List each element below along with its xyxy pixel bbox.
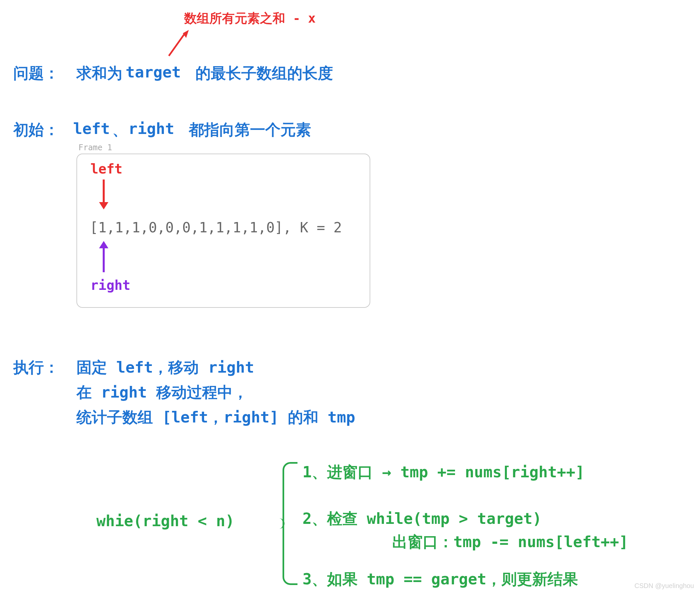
init-left-kw: left — [73, 120, 110, 137]
problem-before: 求和为 — [76, 63, 131, 84]
init-label: 初始： — [13, 120, 59, 140]
problem-target: target — [126, 63, 181, 81]
frame-title: Frame 1 — [78, 143, 112, 152]
brace — [282, 462, 298, 585]
exec-line3: 统计子数组 [left，right] 的和 tmp — [76, 407, 355, 428]
svg-marker-1 — [183, 30, 189, 38]
watermark: CSDN @yuelinghou — [634, 582, 694, 590]
problem-label: 问题： — [13, 63, 59, 84]
exec-line2: 在 right 移动过程中， — [76, 382, 248, 403]
problem-after: 的最长子数组的长度 — [186, 63, 333, 84]
array-text: [1,1,1,0,0,0,1,1,1,1,0], K = 2 — [90, 220, 342, 236]
step-2a: 2、检查 while(tmp > target) — [303, 509, 542, 529]
init-right-kw: right — [128, 120, 174, 137]
exec-label: 执行： — [13, 357, 59, 378]
exec-line1: 固定 left，移动 right — [76, 357, 254, 378]
while-loop: whie(right < n) — [96, 512, 234, 530]
step-2b: 出窗口：tmp -= nums[left++] — [392, 532, 628, 552]
left-pointer-label: left — [90, 161, 122, 176]
right-pointer-label: right — [90, 278, 130, 293]
svg-line-0 — [169, 34, 185, 56]
step-1: 1、进窗口 → tmp += nums[right++] — [303, 462, 585, 483]
annotation-text: 数组所有元素之和 - x — [184, 10, 316, 27]
step-3: 3、如果 tmp == garget，则更新结果 — [303, 569, 578, 590]
init-sep: 、 — [112, 120, 128, 140]
init-after: 都指向第一个元素 — [180, 120, 311, 140]
annotation-arrow — [163, 30, 190, 60]
